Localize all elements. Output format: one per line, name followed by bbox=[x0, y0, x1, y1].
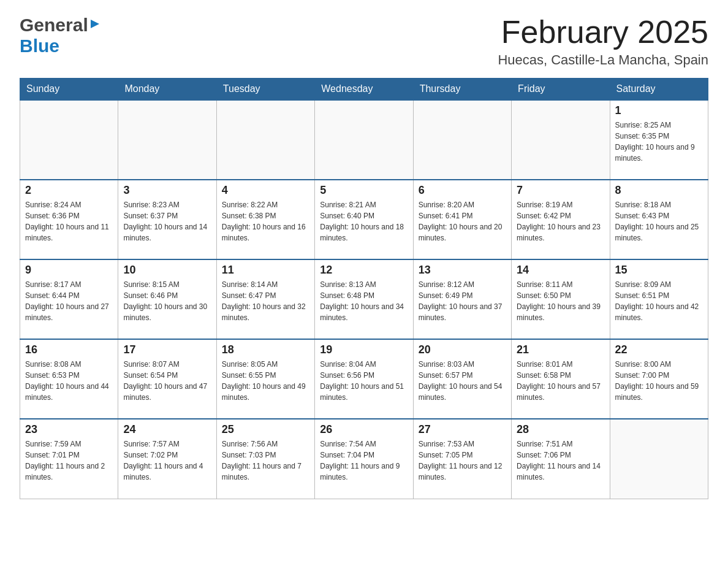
calendar-week-row: 1Sunrise: 8:25 AM Sunset: 6:35 PM Daylig… bbox=[20, 100, 708, 180]
day-number: 2 bbox=[25, 184, 113, 197]
day-number: 15 bbox=[615, 264, 703, 277]
calendar-cell: 17Sunrise: 8:07 AM Sunset: 6:54 PM Dayli… bbox=[118, 339, 216, 419]
calendar-cell: 28Sunrise: 7:51 AM Sunset: 7:06 PM Dayli… bbox=[512, 419, 610, 499]
day-number: 1 bbox=[615, 104, 703, 117]
day-number: 4 bbox=[222, 184, 309, 197]
calendar-cell: 19Sunrise: 8:04 AM Sunset: 6:56 PM Dayli… bbox=[315, 339, 413, 419]
day-number: 27 bbox=[419, 423, 506, 436]
calendar-cell: 12Sunrise: 8:13 AM Sunset: 6:48 PM Dayli… bbox=[315, 259, 413, 339]
day-info: Sunrise: 8:22 AM Sunset: 6:38 PM Dayligh… bbox=[222, 199, 309, 243]
day-number: 18 bbox=[222, 343, 309, 356]
day-info: Sunrise: 8:11 AM Sunset: 6:50 PM Dayligh… bbox=[517, 279, 604, 323]
day-info: Sunrise: 8:19 AM Sunset: 6:42 PM Dayligh… bbox=[517, 199, 604, 243]
calendar-cell: 21Sunrise: 8:01 AM Sunset: 6:58 PM Dayli… bbox=[512, 339, 610, 419]
calendar-cell: 23Sunrise: 7:59 AM Sunset: 7:01 PM Dayli… bbox=[20, 419, 118, 499]
day-number: 21 bbox=[517, 343, 604, 356]
calendar-cell: 6Sunrise: 8:20 AM Sunset: 6:41 PM Daylig… bbox=[413, 180, 511, 259]
location-title: Huecas, Castille-La Mancha, Spain bbox=[498, 52, 708, 68]
day-number: 24 bbox=[123, 423, 211, 436]
day-info: Sunrise: 8:25 AM Sunset: 6:35 PM Dayligh… bbox=[615, 120, 703, 164]
day-info: Sunrise: 8:09 AM Sunset: 6:51 PM Dayligh… bbox=[615, 279, 703, 323]
day-number: 19 bbox=[320, 343, 408, 356]
calendar-cell: 25Sunrise: 7:56 AM Sunset: 7:03 PM Dayli… bbox=[216, 419, 314, 499]
calendar-header-sunday: Sunday bbox=[20, 79, 118, 101]
day-number: 16 bbox=[25, 343, 113, 356]
month-title: February 2025 bbox=[498, 15, 708, 50]
calendar-cell: 14Sunrise: 8:11 AM Sunset: 6:50 PM Dayli… bbox=[512, 259, 610, 339]
day-info: Sunrise: 8:05 AM Sunset: 6:55 PM Dayligh… bbox=[222, 359, 309, 403]
header: General Blue February 2025 Huecas, Casti… bbox=[20, 15, 708, 68]
calendar-week-row: 23Sunrise: 7:59 AM Sunset: 7:01 PM Dayli… bbox=[20, 419, 708, 499]
day-info: Sunrise: 8:03 AM Sunset: 6:57 PM Dayligh… bbox=[419, 359, 506, 403]
calendar-cell: 16Sunrise: 8:08 AM Sunset: 6:53 PM Dayli… bbox=[20, 339, 118, 419]
calendar-header-thursday: Thursday bbox=[413, 79, 511, 101]
calendar-cell: 1Sunrise: 8:25 AM Sunset: 6:35 PM Daylig… bbox=[610, 100, 708, 180]
calendar-cell bbox=[20, 100, 118, 180]
day-info: Sunrise: 8:00 AM Sunset: 7:00 PM Dayligh… bbox=[615, 359, 703, 403]
calendar-cell bbox=[216, 100, 314, 180]
day-info: Sunrise: 8:17 AM Sunset: 6:44 PM Dayligh… bbox=[25, 279, 113, 323]
day-number: 26 bbox=[320, 423, 408, 436]
day-info: Sunrise: 8:20 AM Sunset: 6:41 PM Dayligh… bbox=[419, 199, 506, 243]
day-number: 25 bbox=[222, 423, 309, 436]
calendar-cell: 3Sunrise: 8:23 AM Sunset: 6:37 PM Daylig… bbox=[118, 180, 216, 259]
day-number: 17 bbox=[123, 343, 211, 356]
calendar-week-row: 16Sunrise: 8:08 AM Sunset: 6:53 PM Dayli… bbox=[20, 339, 708, 419]
day-info: Sunrise: 7:51 AM Sunset: 7:06 PM Dayligh… bbox=[517, 439, 604, 483]
calendar-cell: 11Sunrise: 8:14 AM Sunset: 6:47 PM Dayli… bbox=[216, 259, 314, 339]
day-info: Sunrise: 8:12 AM Sunset: 6:49 PM Dayligh… bbox=[419, 279, 506, 323]
day-number: 13 bbox=[419, 264, 506, 277]
logo-general-text: General bbox=[20, 15, 88, 36]
calendar-cell: 4Sunrise: 8:22 AM Sunset: 6:38 PM Daylig… bbox=[216, 180, 314, 259]
day-info: Sunrise: 7:57 AM Sunset: 7:02 PM Dayligh… bbox=[123, 439, 211, 483]
day-number: 10 bbox=[123, 264, 211, 277]
day-info: Sunrise: 8:01 AM Sunset: 6:58 PM Dayligh… bbox=[517, 359, 604, 403]
logo: General Blue bbox=[20, 15, 100, 56]
calendar-header-row: SundayMondayTuesdayWednesdayThursdayFrid… bbox=[20, 79, 708, 101]
calendar-cell: 27Sunrise: 7:53 AM Sunset: 7:05 PM Dayli… bbox=[413, 419, 511, 499]
logo-arrow-icon bbox=[89, 18, 100, 32]
day-info: Sunrise: 8:15 AM Sunset: 6:46 PM Dayligh… bbox=[123, 279, 211, 323]
calendar-cell: 15Sunrise: 8:09 AM Sunset: 6:51 PM Dayli… bbox=[610, 259, 708, 339]
calendar-cell: 9Sunrise: 8:17 AM Sunset: 6:44 PM Daylig… bbox=[20, 259, 118, 339]
day-number: 11 bbox=[222, 264, 309, 277]
calendar-cell bbox=[610, 419, 708, 499]
calendar-cell: 10Sunrise: 8:15 AM Sunset: 6:46 PM Dayli… bbox=[118, 259, 216, 339]
day-number: 12 bbox=[320, 264, 408, 277]
calendar-cell: 20Sunrise: 8:03 AM Sunset: 6:57 PM Dayli… bbox=[413, 339, 511, 419]
day-number: 9 bbox=[25, 264, 113, 277]
calendar-cell: 2Sunrise: 8:24 AM Sunset: 6:36 PM Daylig… bbox=[20, 180, 118, 259]
day-info: Sunrise: 8:07 AM Sunset: 6:54 PM Dayligh… bbox=[123, 359, 211, 403]
calendar-cell: 24Sunrise: 7:57 AM Sunset: 7:02 PM Dayli… bbox=[118, 419, 216, 499]
calendar-header-wednesday: Wednesday bbox=[315, 79, 413, 101]
calendar-cell: 7Sunrise: 8:19 AM Sunset: 6:42 PM Daylig… bbox=[512, 180, 610, 259]
day-number: 8 bbox=[615, 184, 703, 197]
day-number: 6 bbox=[419, 184, 506, 197]
day-info: Sunrise: 7:56 AM Sunset: 7:03 PM Dayligh… bbox=[222, 439, 309, 483]
logo-blue-text: Blue bbox=[20, 36, 59, 56]
day-info: Sunrise: 8:08 AM Sunset: 6:53 PM Dayligh… bbox=[25, 359, 113, 403]
calendar-cell: 18Sunrise: 8:05 AM Sunset: 6:55 PM Dayli… bbox=[216, 339, 314, 419]
day-number: 5 bbox=[320, 184, 408, 197]
calendar-cell bbox=[315, 100, 413, 180]
calendar-cell bbox=[413, 100, 511, 180]
day-info: Sunrise: 8:21 AM Sunset: 6:40 PM Dayligh… bbox=[320, 199, 408, 243]
calendar-cell bbox=[512, 100, 610, 180]
calendar-table: SundayMondayTuesdayWednesdayThursdayFrid… bbox=[20, 78, 708, 499]
calendar-cell: 8Sunrise: 8:18 AM Sunset: 6:43 PM Daylig… bbox=[610, 180, 708, 259]
calendar-cell: 22Sunrise: 8:00 AM Sunset: 7:00 PM Dayli… bbox=[610, 339, 708, 419]
day-number: 3 bbox=[123, 184, 211, 197]
calendar-header-monday: Monday bbox=[118, 79, 216, 101]
day-info: Sunrise: 7:54 AM Sunset: 7:04 PM Dayligh… bbox=[320, 439, 408, 483]
calendar-cell: 5Sunrise: 8:21 AM Sunset: 6:40 PM Daylig… bbox=[315, 180, 413, 259]
svg-marker-0 bbox=[91, 20, 99, 28]
day-info: Sunrise: 8:24 AM Sunset: 6:36 PM Dayligh… bbox=[25, 199, 113, 243]
day-number: 28 bbox=[517, 423, 604, 436]
day-info: Sunrise: 8:23 AM Sunset: 6:37 PM Dayligh… bbox=[123, 199, 211, 243]
day-info: Sunrise: 8:04 AM Sunset: 6:56 PM Dayligh… bbox=[320, 359, 408, 403]
day-number: 20 bbox=[419, 343, 506, 356]
calendar-cell: 26Sunrise: 7:54 AM Sunset: 7:04 PM Dayli… bbox=[315, 419, 413, 499]
calendar-header-saturday: Saturday bbox=[610, 79, 708, 101]
day-number: 23 bbox=[25, 423, 113, 436]
day-number: 7 bbox=[517, 184, 604, 197]
